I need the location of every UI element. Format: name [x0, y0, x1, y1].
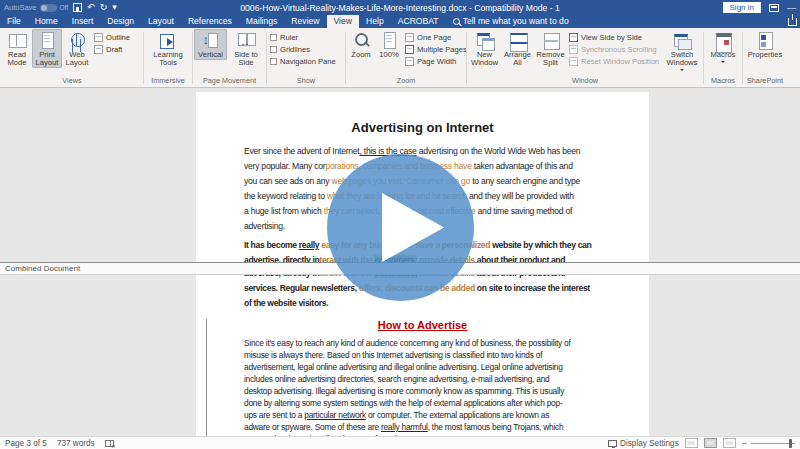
- multiple-pages-label: Multiple Pages: [417, 45, 467, 54]
- gridlines-label: Gridlines: [280, 45, 310, 54]
- read-mode-view-icon[interactable]: [685, 438, 698, 448]
- learning-tools-button[interactable]: Learning Tools: [145, 29, 191, 68]
- play-button[interactable]: [327, 154, 474, 301]
- multiple-pages-icon: [405, 45, 414, 54]
- remove-split-button[interactable]: Remove Split: [534, 29, 567, 68]
- paragraph-3: Since it's easy to reach any kind of aud…: [244, 337, 601, 436]
- zoom-slider-handle[interactable]: [789, 439, 792, 448]
- sign-in-button[interactable]: Sign in: [723, 2, 761, 13]
- synchronous-scrolling-button: Synchronous Scrolling: [569, 45, 660, 54]
- navigation-pane-checkbox-icon: [270, 58, 277, 65]
- customize-qat-icon[interactable]: ▾: [112, 3, 117, 12]
- group-macros: Macros Macros: [705, 29, 741, 87]
- tab-help[interactable]: Help: [359, 15, 391, 28]
- autosave-switch[interactable]: [40, 4, 57, 12]
- vertical-button[interactable]: Vertical: [194, 29, 227, 60]
- gridlines-checkbox[interactable]: Gridlines: [270, 45, 342, 54]
- ruler-checkbox-icon: [270, 34, 277, 41]
- web-layout-icon: [67, 31, 87, 50]
- document-area: Advertising on Internet Ever since the a…: [0, 88, 800, 436]
- one-page-button[interactable]: One Page: [405, 33, 463, 42]
- autosave-toggle[interactable]: AutoSave Off: [4, 3, 68, 12]
- autosave-knob: [41, 5, 47, 11]
- proofing-errors-icon[interactable]: [105, 440, 114, 447]
- switch-windows-button[interactable]: Switch Windows: [662, 29, 702, 74]
- synchronous-scrolling-icon: [569, 45, 578, 54]
- zoom-control: −: [742, 438, 795, 448]
- dropdown-caret-icon: [721, 61, 725, 65]
- synchronous-scrolling-label: Synchronous Scrolling: [581, 45, 657, 54]
- tab-mailings[interactable]: Mailings: [239, 15, 285, 28]
- zoom-100-button[interactable]: 100%: [375, 29, 403, 60]
- zoom-out-icon[interactable]: −: [742, 438, 747, 448]
- tab-review[interactable]: Review: [284, 15, 326, 28]
- page-count[interactable]: Page 3 of 5: [5, 439, 47, 448]
- macros-group-label: Macros: [705, 76, 741, 87]
- tab-design[interactable]: Design: [100, 15, 141, 28]
- navigation-pane-checkbox[interactable]: Navigation Pane: [270, 57, 342, 66]
- one-page-label: One Page: [417, 33, 451, 42]
- page-width-button[interactable]: Page Width: [405, 57, 463, 66]
- undo-icon[interactable]: ↶: [87, 3, 95, 12]
- group-separator: [742, 32, 743, 84]
- section-heading: How to Advertise: [244, 317, 601, 333]
- display-settings-label: Display Settings: [620, 439, 679, 448]
- group-separator: [143, 32, 144, 84]
- new-window-button[interactable]: New Window: [468, 29, 501, 68]
- tab-insert[interactable]: Insert: [65, 15, 101, 28]
- multiple-pages-button[interactable]: Multiple Pages: [405, 45, 463, 54]
- page-width-label: Page Width: [417, 57, 456, 66]
- arrange-all-button[interactable]: Arrange All: [501, 29, 534, 68]
- ribbon-tab-row: File Home Insert Design Layout Reference…: [0, 15, 800, 28]
- share-icon[interactable]: [788, 18, 797, 26]
- display-settings-button[interactable]: Display Settings: [608, 439, 679, 448]
- tab-file[interactable]: File: [0, 15, 28, 28]
- vertical-icon: [201, 31, 221, 50]
- macros-icon: [713, 31, 733, 50]
- word-count[interactable]: 737 words: [57, 439, 95, 448]
- arrange-all-label: Arrange All: [502, 51, 533, 67]
- print-layout-button[interactable]: Print Layout: [32, 29, 62, 68]
- title-bar: AutoSave Off ↶ ↻ ▾ 0006-How-Virtual-Real…: [0, 0, 800, 15]
- reset-window-position-label: Reset Window Position: [581, 57, 659, 66]
- ribbon-display-options-icon[interactable]: [769, 4, 779, 12]
- view-side-by-side-label: View Side by Side: [581, 33, 642, 42]
- redo-icon[interactable]: ↻: [100, 3, 108, 12]
- one-page-icon: [405, 33, 414, 42]
- side-to-side-button[interactable]: Side to Side: [227, 29, 265, 68]
- tab-acrobat[interactable]: ACROBAT: [391, 15, 446, 28]
- learning-tools-icon: [158, 31, 178, 50]
- zoom-button[interactable]: Zoom: [347, 29, 375, 60]
- zoom-slider[interactable]: [751, 443, 795, 444]
- group-page-movement: Vertical Side to Side Page Movement: [194, 29, 265, 87]
- reset-window-position-button: Reset Window Position: [569, 57, 660, 66]
- outline-button[interactable]: Outline: [94, 33, 140, 42]
- switch-windows-icon: [672, 31, 692, 50]
- minimize-icon[interactable]: —: [787, 3, 796, 13]
- properties-icon: [755, 31, 775, 50]
- page-movement-group-label: Page Movement: [194, 76, 265, 87]
- tell-me-box[interactable]: Tell me what you want to do: [446, 15, 576, 28]
- outline-icon: [94, 33, 103, 42]
- window-group-label: Window: [468, 76, 702, 87]
- draft-button[interactable]: Draft: [94, 45, 140, 54]
- view-side-by-side-button[interactable]: View Side by Side: [569, 33, 660, 42]
- tab-home[interactable]: Home: [28, 15, 65, 28]
- web-layout-view-icon[interactable]: [723, 438, 736, 448]
- tab-layout[interactable]: Layout: [141, 15, 181, 28]
- group-window: New Window Arrange All Remove Split View…: [468, 29, 702, 87]
- revision-marked-block: How to Advertise Since it's easy to reac…: [244, 317, 601, 436]
- tab-view[interactable]: View: [327, 15, 359, 28]
- remove-split-label: Remove Split: [535, 51, 566, 67]
- group-separator: [466, 32, 467, 84]
- print-layout-view-icon[interactable]: [704, 438, 717, 448]
- quick-access-toolbar: AutoSave Off ↶ ↻ ▾: [4, 3, 117, 12]
- view-side-by-side-icon: [569, 33, 578, 42]
- macros-button[interactable]: Macros: [705, 29, 741, 66]
- read-mode-button[interactable]: Read Mode: [2, 29, 32, 68]
- web-layout-button[interactable]: Web Layout: [62, 29, 92, 68]
- tab-references[interactable]: References: [181, 15, 239, 28]
- save-icon[interactable]: [73, 3, 82, 12]
- ruler-checkbox[interactable]: Ruler: [270, 33, 342, 42]
- properties-button[interactable]: Properties: [744, 29, 786, 60]
